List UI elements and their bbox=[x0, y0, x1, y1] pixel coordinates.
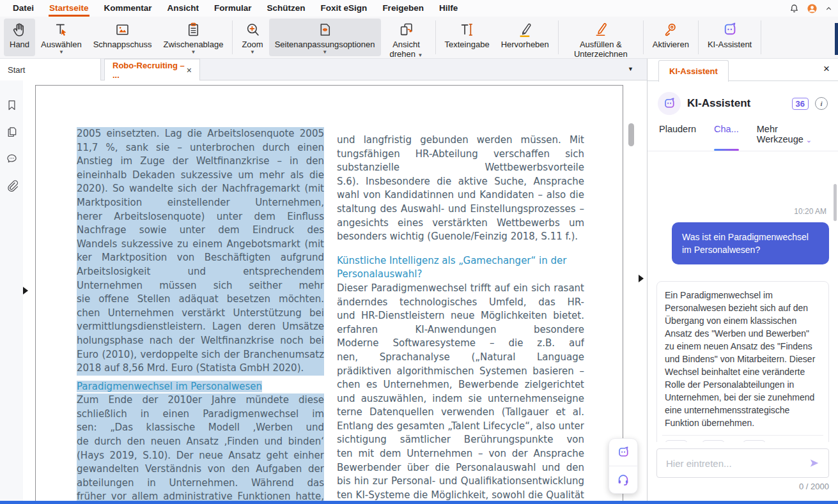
menu-startseite[interactable]: Startseite bbox=[42, 0, 97, 17]
send-icon[interactable] bbox=[808, 457, 821, 470]
chat-input[interactable] bbox=[665, 457, 808, 470]
chat-scrollbar-thumb[interactable] bbox=[834, 184, 837, 221]
menu-freigeben[interactable]: Freigeben bbox=[375, 0, 431, 17]
page-fit-options-button[interactable]: Seitenanpassungsoptionen ▼ bbox=[269, 19, 381, 56]
ai-assistant-icon bbox=[721, 21, 738, 38]
menu-datei[interactable]: Datei bbox=[5, 0, 42, 17]
menu-kommentar[interactable]: Kommentar bbox=[97, 0, 160, 17]
chat-input-box[interactable] bbox=[656, 448, 829, 478]
activate-button[interactable]: Aktivieren bbox=[647, 19, 695, 56]
notification-bell-icon[interactable] bbox=[789, 3, 800, 14]
message-timestamp: 10:20 AM bbox=[659, 207, 826, 216]
pdf-section-heading: Personalauswahl? bbox=[337, 268, 584, 282]
typewriter-button[interactable]: Texteingabe bbox=[439, 19, 495, 56]
pdf-page[interactable]: 2005 einsetzten. Lag die Arbeitslosenquo… bbox=[35, 85, 623, 504]
zoom-button[interactable]: Zoom ▼ bbox=[236, 19, 268, 56]
ai-chat-float-button[interactable] bbox=[609, 439, 637, 466]
highlighted-paragraph: 2005 einsetzten. Lag die Arbeitslosenquo… bbox=[77, 127, 324, 376]
rotate-view-button[interactable]: Ansicht drehen ▼ bbox=[381, 19, 432, 56]
highlighted-paragraph: Zum Ende der 2010er Jahre mündete diese … bbox=[77, 393, 324, 504]
support-headset-float-button[interactable] bbox=[609, 466, 637, 493]
toolbar-divider bbox=[698, 20, 699, 54]
pdf-right-column: und langfristig gebunden werden müssen. … bbox=[337, 134, 584, 504]
floating-assistant-launcher bbox=[609, 438, 638, 494]
select-icon bbox=[52, 21, 70, 38]
fill-sign-button[interactable]: Ausfüllen & Unterzeichnen bbox=[562, 19, 640, 56]
toolbar-divider bbox=[435, 20, 436, 54]
comments-panel-button[interactable] bbox=[0, 152, 23, 165]
ai-response-text: Ein Paradigmenwechsel im Personalwesen b… bbox=[665, 289, 821, 429]
close-tab-icon[interactable]: × bbox=[187, 65, 192, 75]
tab-chat-document[interactable]: Cha... bbox=[714, 124, 739, 151]
ai-assistant-panel: KI-Assistent × KI-Assistent 36 i Plauder… bbox=[647, 59, 838, 504]
comment-bubble-icon bbox=[5, 152, 19, 165]
docked-panel-edge bbox=[835, 23, 838, 55]
fit-page-icon bbox=[316, 21, 334, 38]
dropdown-caret-icon[interactable]: ▼ bbox=[59, 50, 64, 55]
ai-assistant-button[interactable]: KI-Assistent bbox=[702, 19, 757, 56]
chat-input-area: 0 / 2000 bbox=[648, 442, 838, 504]
select-tool-button[interactable]: Auswählen ▼ bbox=[35, 19, 88, 56]
menu-ansicht[interactable]: Ansicht bbox=[160, 0, 207, 17]
chat-history[interactable]: 10:20 AM Was ist ein Paradigmenwechsel i… bbox=[648, 197, 838, 442]
collapse-toolbar-chevron-icon[interactable] bbox=[825, 4, 833, 13]
collapse-right-panel-handle[interactable] bbox=[639, 275, 644, 282]
paperclip-icon bbox=[5, 179, 19, 192]
toolbar-divider bbox=[761, 20, 761, 54]
menu-schuetzen[interactable]: Schützen bbox=[260, 0, 313, 17]
dropdown-caret-icon[interactable]: ▼ bbox=[418, 52, 423, 58]
bookmark-icon bbox=[5, 98, 19, 112]
panel-title: KI-Assistent bbox=[687, 97, 786, 110]
user-message-bubble: Was ist ein Paradigmenwechsel im Persona… bbox=[672, 222, 829, 264]
menu-formular[interactable]: Formular bbox=[206, 0, 260, 17]
pages-panel-button[interactable] bbox=[0, 125, 23, 139]
close-panel-icon[interactable]: × bbox=[823, 63, 830, 75]
paragraph: Dieser Paradigmenwechsel trifft auf ein … bbox=[337, 282, 584, 504]
ai-assistant-icon bbox=[662, 96, 676, 111]
highlight-icon bbox=[516, 21, 534, 38]
headset-icon bbox=[616, 473, 630, 487]
dropdown-caret-icon[interactable]: ▼ bbox=[190, 50, 196, 55]
credits-badge: 36 bbox=[792, 98, 809, 110]
info-icon[interactable]: i bbox=[815, 97, 828, 110]
card-divider bbox=[662, 435, 823, 436]
expand-left-panel-handle[interactable] bbox=[23, 287, 28, 294]
hand-icon bbox=[11, 21, 28, 38]
navigation-rail bbox=[0, 80, 24, 501]
document-scrollbar-thumb[interactable] bbox=[628, 123, 634, 146]
character-counter: 0 / 2000 bbox=[656, 482, 829, 491]
tab-start[interactable]: Start bbox=[0, 59, 101, 80]
snapshot-button[interactable]: Schnappschuss bbox=[88, 19, 158, 56]
assistant-mode-tabs: Plaudern Cha... Mehr Werkzeuge ⌄ bbox=[648, 121, 838, 151]
tab-list-caret-icon[interactable]: ▼ bbox=[628, 66, 633, 72]
user-avatar[interactable] bbox=[807, 3, 818, 14]
highlight-button[interactable]: Hervorheben bbox=[495, 19, 555, 56]
toolbar-divider bbox=[643, 20, 644, 54]
chevron-down-icon: ⌄ bbox=[806, 136, 812, 144]
tab-ki-assistent[interactable]: KI-Assistent bbox=[658, 60, 729, 82]
toolbar-divider bbox=[558, 20, 559, 54]
attachments-panel-button[interactable] bbox=[0, 179, 23, 192]
hand-tool-button[interactable]: Hand bbox=[4, 19, 35, 56]
taskbar-edge bbox=[0, 501, 838, 504]
typewriter-icon bbox=[458, 21, 476, 38]
bookmarks-panel-button[interactable] bbox=[0, 98, 23, 112]
menu-foxit-esign[interactable]: Foxit eSign bbox=[313, 0, 375, 17]
pdf-section-heading: Künstliche Intelligenz als „Gamechanger“… bbox=[337, 254, 584, 268]
clipboard-button[interactable]: Zwischenablage ▼ bbox=[157, 19, 229, 56]
document-tab-bar: Start Robo-Recruiting – ... × ▼ bbox=[0, 59, 647, 80]
tab-mehr-werkzeuge[interactable]: Mehr Werkzeuge ⌄ bbox=[757, 124, 826, 151]
panel-tab-row: KI-Assistent × bbox=[648, 59, 838, 81]
menu-hilfe[interactable]: Hilfe bbox=[431, 0, 465, 17]
dropdown-caret-icon[interactable]: ▼ bbox=[250, 50, 255, 55]
tab-document[interactable]: Robo-Recruiting – ... × bbox=[104, 59, 200, 80]
menu-bar: Datei Startseite Kommentar Ansicht Formu… bbox=[0, 0, 838, 17]
rotate-view-icon bbox=[398, 21, 415, 38]
tab-plaudern[interactable]: Plaudern bbox=[659, 124, 696, 151]
activate-icon bbox=[662, 21, 679, 38]
ai-assistant-icon bbox=[616, 445, 630, 459]
dropdown-caret-icon[interactable]: ▼ bbox=[322, 50, 327, 55]
toolbar: Hand Auswählen ▼ Schnappschuss Zwischena… bbox=[0, 17, 838, 59]
pages-icon bbox=[5, 125, 19, 139]
document-viewport[interactable]: 2005 einsetzten. Lag die Arbeitslosenquo… bbox=[23, 80, 646, 504]
